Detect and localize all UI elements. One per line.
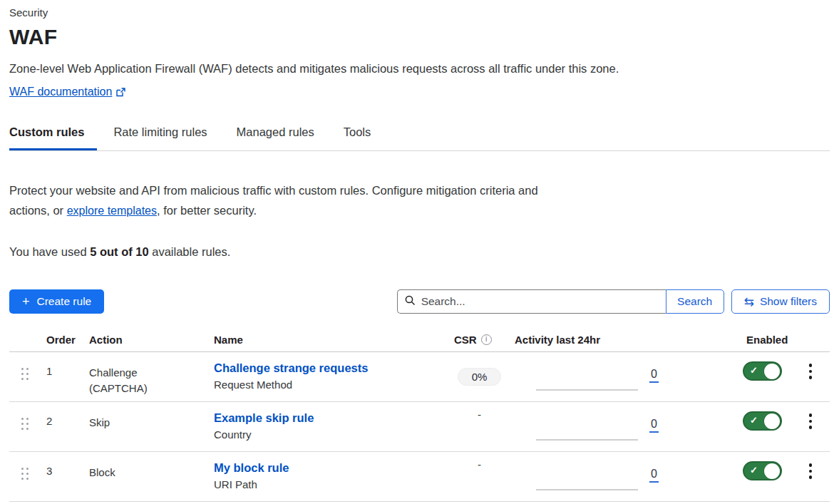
table-row: 2 Skip Example skip rule Country - 0 ✓ — [9, 402, 830, 452]
toggle-knob — [764, 463, 780, 479]
enabled-toggle[interactable]: ✓ — [743, 461, 782, 480]
row-menu-button[interactable] — [805, 462, 817, 501]
search-input[interactable] — [421, 295, 659, 308]
custom-rules-table: Order Action Name CSR i Activity last 24… — [9, 331, 830, 502]
tab-custom-rules[interactable]: Custom rules — [9, 120, 97, 150]
info-icon[interactable]: i — [481, 334, 492, 345]
header-enabled: Enabled — [720, 334, 791, 351]
activity-count-link[interactable]: 0 — [649, 368, 659, 383]
table-row: 3 Block My block rule URI Path - 0 ✓ — [9, 452, 830, 502]
rule-order: 3 — [41, 452, 84, 501]
search-box — [397, 289, 666, 314]
enabled-toggle[interactable]: ✓ — [743, 361, 782, 381]
activity-count-link[interactable]: 0 — [649, 418, 659, 433]
page-description: Zone-level Web Application Firewall (WAF… — [9, 61, 830, 76]
explore-templates-link[interactable]: explore templates — [67, 205, 157, 217]
activity-sparkline — [536, 489, 638, 490]
show-filters-button[interactable]: ⇆ Show filters — [731, 289, 830, 314]
rule-name-link[interactable]: Example skip rule — [214, 411, 314, 424]
rule-action: Challenge (CAPTCHA) — [84, 352, 213, 401]
tab-rate-limiting-rules[interactable]: Rate limiting rules — [113, 120, 220, 150]
rule-field: Request Method — [214, 379, 449, 391]
toggle-knob — [764, 364, 780, 379]
intro-text: Protect your website and API from malici… — [9, 180, 540, 221]
breadcrumb: Security — [9, 6, 830, 20]
activity-sparkline — [536, 439, 638, 441]
drag-handle[interactable] — [21, 468, 29, 485]
toggle-knob — [764, 413, 780, 429]
rule-order: 2 — [41, 402, 84, 451]
create-rule-button[interactable]: + Create rule — [9, 289, 104, 314]
tab-bar: Custom rules Rate limiting rules Managed… — [9, 120, 830, 151]
plus-icon: + — [22, 295, 30, 308]
rule-field: Country — [214, 428, 449, 441]
check-icon: ✓ — [750, 365, 758, 376]
drag-handle[interactable] — [21, 368, 29, 385]
rule-action: Skip — [84, 402, 213, 451]
header-name: Name — [213, 334, 449, 351]
rule-action: Block — [84, 452, 213, 501]
rule-field: URI Path — [214, 478, 449, 490]
table-header-row: Order Action Name CSR i Activity last 24… — [9, 331, 830, 352]
header-action: Action — [84, 334, 213, 351]
search-icon — [405, 295, 416, 309]
intro-after: , for better security. — [157, 204, 257, 217]
rule-name-link[interactable]: Challenge strange requests — [214, 361, 368, 374]
activity-count-link[interactable]: 0 — [649, 468, 659, 483]
tab-managed-rules[interactable]: Managed rules — [237, 120, 327, 150]
drag-handle[interactable] — [21, 418, 29, 435]
search-button[interactable]: Search — [666, 289, 724, 314]
header-activity: Activity last 24hr — [510, 334, 720, 351]
activity-sparkline — [536, 389, 638, 391]
rule-order: 1 — [41, 352, 84, 401]
table-row: 1 Challenge (CAPTCHA) Challenge strange … — [9, 352, 830, 402]
toolbar: + Create rule Search ⇆ Show filters — [9, 289, 830, 314]
check-icon: ✓ — [750, 465, 758, 475]
waf-documentation-link[interactable]: WAF documentation — [9, 86, 112, 98]
row-menu-button[interactable] — [805, 412, 817, 451]
rules-usage-count: 5 out of 10 — [90, 245, 149, 258]
csr-badge: 0% — [458, 368, 502, 386]
external-link-icon — [116, 88, 125, 97]
header-order: Order — [41, 334, 84, 351]
tab-tools[interactable]: Tools — [344, 120, 384, 150]
rule-name-link[interactable]: My block rule — [214, 461, 289, 474]
row-menu-button[interactable] — [805, 362, 817, 401]
rules-usage-text: You have used 5 out of 10 available rule… — [9, 245, 830, 259]
enabled-toggle[interactable]: ✓ — [743, 411, 782, 431]
page-title: WAF — [9, 25, 830, 49]
swap-arrows-icon: ⇆ — [744, 296, 754, 308]
csr-value: - — [449, 402, 510, 451]
waf-page: Security WAF Zone-level Web Application … — [0, 0, 839, 502]
header-csr: CSR — [454, 334, 477, 346]
check-icon: ✓ — [750, 415, 758, 426]
csr-value: - — [449, 452, 510, 501]
